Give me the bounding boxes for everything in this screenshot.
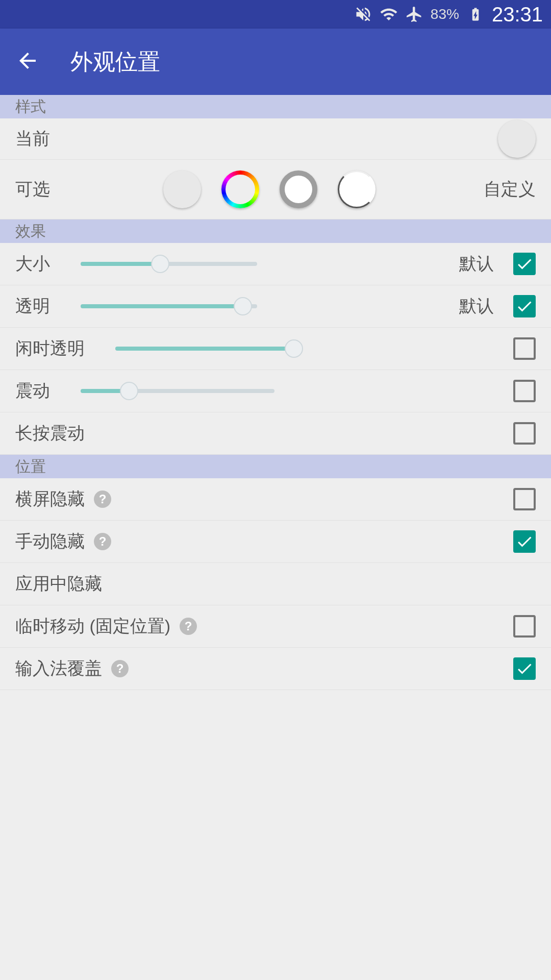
help-icon[interactable]: ?: [180, 618, 197, 635]
options-label: 可选: [15, 178, 50, 201]
swatch-rainbow[interactable]: [221, 170, 259, 208]
idle-slider[interactable]: [115, 339, 302, 358]
landscape-checkbox[interactable]: [513, 488, 536, 510]
row-long-vibrate[interactable]: 长按震动: [0, 412, 551, 455]
row-opacity: 透明 默认: [0, 285, 551, 328]
manual-checkbox[interactable]: [513, 530, 536, 553]
long-vibrate-label: 长按震动: [15, 422, 85, 445]
size-default-checkbox[interactable]: [513, 253, 536, 275]
help-icon[interactable]: ?: [111, 660, 129, 677]
battery-charging-icon: [466, 5, 485, 23]
opacity-slider[interactable]: [81, 297, 257, 315]
vibrate-label: 震动: [15, 379, 50, 403]
size-default-label: 默认: [459, 252, 494, 276]
back-icon[interactable]: [15, 48, 40, 75]
airplane-icon: [405, 5, 423, 23]
size-slider[interactable]: [81, 255, 257, 273]
opacity-default-label: 默认: [459, 295, 494, 318]
clock-text: 23:31: [492, 3, 543, 26]
wifi-icon: [380, 5, 398, 23]
section-position-header: 位置: [0, 455, 551, 478]
landscape-label: 横屏隐藏: [15, 487, 85, 511]
help-icon[interactable]: ?: [94, 533, 111, 550]
row-manual-hide[interactable]: 手动隐藏 ?: [0, 521, 551, 563]
long-vibrate-checkbox[interactable]: [513, 422, 536, 445]
opacity-label: 透明: [15, 295, 50, 318]
row-ime-cover[interactable]: 输入法覆盖 ?: [0, 648, 551, 690]
app-bar: 外观位置: [0, 29, 551, 95]
battery-text: 83%: [431, 6, 459, 22]
current-label: 当前: [15, 127, 50, 151]
app-hide-label: 应用中隐藏: [15, 572, 102, 596]
help-icon[interactable]: ?: [94, 491, 111, 508]
swatch-thick-ring[interactable]: [280, 170, 317, 208]
row-size: 大小 默认: [0, 243, 551, 285]
row-idle-opacity: 闲时透明: [0, 328, 551, 370]
manual-label: 手动隐藏: [15, 530, 85, 553]
ime-checkbox[interactable]: [513, 657, 536, 680]
temp-move-checkbox[interactable]: [513, 615, 536, 638]
status-bar: 83% 23:31: [0, 0, 551, 29]
page-title: 外观位置: [70, 47, 160, 77]
row-landscape-hide[interactable]: 横屏隐藏 ?: [0, 478, 551, 521]
vibrate-slider[interactable]: [81, 382, 274, 400]
mute-icon: [354, 5, 372, 23]
idle-label: 闲时透明: [15, 337, 85, 360]
current-swatch: [498, 120, 536, 158]
vibrate-checkbox[interactable]: [513, 380, 536, 402]
row-app-hide[interactable]: 应用中隐藏: [0, 563, 551, 605]
row-vibrate: 震动: [0, 370, 551, 412]
row-style-options: 可选 自定义: [0, 160, 551, 219]
idle-checkbox[interactable]: [513, 337, 536, 360]
ime-label: 输入法覆盖: [15, 657, 102, 680]
temp-move-label: 临时移动 (固定位置): [15, 615, 170, 638]
swatch-thin-ring[interactable]: [338, 170, 375, 208]
row-temp-move[interactable]: 临时移动 (固定位置) ?: [0, 605, 551, 648]
section-style-header: 样式: [0, 95, 551, 118]
row-current-style[interactable]: 当前: [0, 118, 551, 160]
section-effect-header: 效果: [0, 219, 551, 243]
opacity-default-checkbox[interactable]: [513, 295, 536, 317]
swatch-plain[interactable]: [163, 170, 201, 208]
custom-button[interactable]: 自定义: [484, 178, 536, 201]
size-label: 大小: [15, 252, 50, 276]
